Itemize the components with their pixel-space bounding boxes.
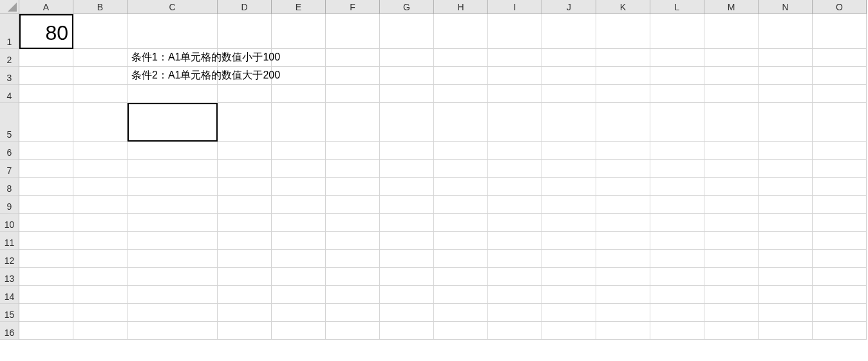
cell-o4[interactable] [813, 85, 867, 103]
cell-j11[interactable] [542, 232, 596, 250]
cell-e8[interactable] [272, 178, 326, 196]
cell-l13[interactable] [650, 268, 704, 286]
cell-i13[interactable] [488, 268, 542, 286]
cell-a9[interactable] [19, 196, 73, 214]
cell-c5[interactable] [127, 103, 218, 142]
cell-n13[interactable] [759, 268, 813, 286]
cell-d9[interactable] [218, 196, 272, 214]
column-header-b[interactable]: B [73, 0, 127, 14]
cell-m6[interactable] [704, 142, 759, 160]
column-header-l[interactable]: L [650, 0, 704, 14]
cell-f8[interactable] [326, 178, 380, 196]
cell-l2[interactable] [650, 49, 704, 67]
cell-b9[interactable] [73, 196, 127, 214]
cell-c10[interactable] [127, 214, 218, 232]
cell-e16[interactable] [272, 322, 326, 340]
cell-a6[interactable] [19, 142, 73, 160]
cell-l14[interactable] [650, 286, 704, 304]
cell-e9[interactable] [272, 196, 326, 214]
cell-c9[interactable] [127, 196, 218, 214]
column-header-h[interactable]: H [434, 0, 488, 14]
cell-d7[interactable] [218, 160, 272, 178]
cell-m5[interactable] [704, 103, 759, 142]
cell-n11[interactable] [759, 232, 813, 250]
cell-a2[interactable] [19, 49, 73, 67]
cell-i14[interactable] [488, 286, 542, 304]
cell-n4[interactable] [759, 85, 813, 103]
cell-h8[interactable] [434, 178, 488, 196]
cell-f16[interactable] [326, 322, 380, 340]
cell-n14[interactable] [759, 286, 813, 304]
cell-c6[interactable] [127, 142, 218, 160]
cell-k16[interactable] [596, 322, 650, 340]
cell-k6[interactable] [596, 142, 650, 160]
cell-o12[interactable] [813, 250, 867, 268]
cell-g9[interactable] [380, 196, 434, 214]
cell-j1[interactable] [542, 14, 596, 49]
cell-l7[interactable] [650, 160, 704, 178]
cell-m12[interactable] [704, 250, 759, 268]
cell-o6[interactable] [813, 142, 867, 160]
cell-l4[interactable] [650, 85, 704, 103]
cell-h11[interactable] [434, 232, 488, 250]
cell-i12[interactable] [488, 250, 542, 268]
cell-b3[interactable] [73, 67, 127, 85]
cell-c3[interactable]: 条件2：A1单元格的数值大于200 [127, 67, 218, 85]
column-header-d[interactable]: D [218, 0, 272, 14]
cell-f11[interactable] [326, 232, 380, 250]
cell-l9[interactable] [650, 196, 704, 214]
column-header-j[interactable]: J [542, 0, 596, 14]
cell-c11[interactable] [127, 232, 218, 250]
cell-b1[interactable] [73, 14, 127, 49]
cell-d4[interactable] [218, 85, 272, 103]
cell-m1[interactable] [704, 14, 759, 49]
row-header-13[interactable]: 13 [0, 268, 19, 286]
cell-j9[interactable] [542, 196, 596, 214]
cell-i3[interactable] [488, 67, 542, 85]
cell-b14[interactable] [73, 286, 127, 304]
cell-g15[interactable] [380, 304, 434, 322]
cell-f1[interactable] [326, 14, 380, 49]
cell-m13[interactable] [704, 268, 759, 286]
cell-n16[interactable] [759, 322, 813, 340]
cell-j16[interactable] [542, 322, 596, 340]
cell-f6[interactable] [326, 142, 380, 160]
cell-m11[interactable] [704, 232, 759, 250]
cell-b7[interactable] [73, 160, 127, 178]
cell-l16[interactable] [650, 322, 704, 340]
cell-k15[interactable] [596, 304, 650, 322]
cell-e4[interactable] [272, 85, 326, 103]
cell-g1[interactable] [380, 14, 434, 49]
cell-c7[interactable] [127, 160, 218, 178]
cell-o7[interactable] [813, 160, 867, 178]
cell-h4[interactable] [434, 85, 488, 103]
row-header-16[interactable]: 16 [0, 322, 19, 340]
cell-f15[interactable] [326, 304, 380, 322]
cell-o15[interactable] [813, 304, 867, 322]
cell-a4[interactable] [19, 85, 73, 103]
row-header-2[interactable]: 2 [0, 49, 19, 67]
cell-b13[interactable] [73, 268, 127, 286]
spreadsheet-grid[interactable]: ABCDEFGHIJKLMNO1802条件1：A1单元格的数值小于1003条件2… [0, 0, 868, 340]
row-header-15[interactable]: 15 [0, 304, 19, 322]
cell-c8[interactable] [127, 178, 218, 196]
cell-b11[interactable] [73, 232, 127, 250]
cell-o10[interactable] [813, 214, 867, 232]
cell-f10[interactable] [326, 214, 380, 232]
cell-a3[interactable] [19, 67, 73, 85]
cell-j7[interactable] [542, 160, 596, 178]
cell-a7[interactable] [19, 160, 73, 178]
row-header-12[interactable]: 12 [0, 250, 19, 268]
cell-e11[interactable] [272, 232, 326, 250]
cell-e10[interactable] [272, 214, 326, 232]
cell-h7[interactable] [434, 160, 488, 178]
cell-j3[interactable] [542, 67, 596, 85]
column-header-f[interactable]: F [326, 0, 380, 14]
cell-c1[interactable] [127, 14, 218, 49]
cell-h5[interactable] [434, 103, 488, 142]
cell-m9[interactable] [704, 196, 759, 214]
cell-k3[interactable] [596, 67, 650, 85]
cell-g13[interactable] [380, 268, 434, 286]
cell-b16[interactable] [73, 322, 127, 340]
cell-h10[interactable] [434, 214, 488, 232]
